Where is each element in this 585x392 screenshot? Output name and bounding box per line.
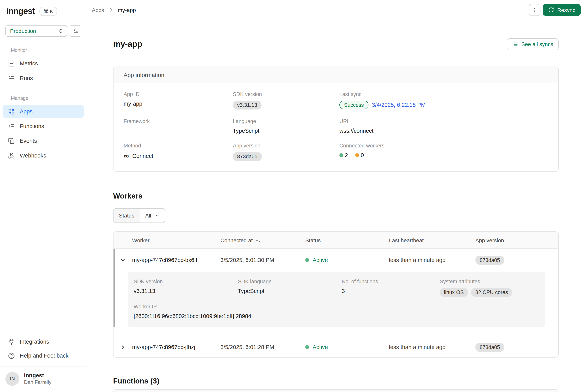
connected-at-column-header[interactable]: Connected at: [220, 237, 305, 243]
runs-list-icon: [8, 75, 15, 82]
field-label: SDK version: [233, 91, 339, 97]
worker-status: Active: [305, 257, 389, 263]
profile-menu[interactable]: IN Inngest Dan Farrelly: [0, 370, 87, 388]
worker-app-version-pill: 873da05: [475, 343, 504, 352]
sidebar-item-integrations[interactable]: Integrations: [3, 335, 84, 348]
active-workers-count: 2: [339, 152, 348, 158]
sidebar-item-label: Help and Feedback: [20, 352, 69, 359]
chevron-down-icon[interactable]: [114, 257, 132, 263]
chevron-down-icon: [155, 213, 160, 218]
plug-icon: [8, 338, 15, 345]
profile-text: Inngest Dan Farrelly: [24, 372, 52, 386]
sidebar-item-help-feedback[interactable]: Help and Feedback: [3, 349, 84, 362]
method-value: Connect: [132, 153, 153, 159]
environment-settings-button[interactable]: [70, 25, 81, 37]
amber-dot-icon: [355, 153, 359, 157]
profile-user-name: Dan Farrelly: [24, 379, 52, 386]
see-all-syncs-button[interactable]: See all syncs: [506, 38, 559, 50]
more-actions-button[interactable]: [529, 4, 541, 16]
sidebar-item-metrics[interactable]: Metrics: [3, 57, 84, 70]
avatar: IN: [6, 372, 19, 386]
status-filter[interactable]: Status All: [113, 208, 165, 223]
worker-connected-at: 3/5/2025, 6:01:30 PM: [220, 257, 305, 263]
sdk-version-pill: v3.31.13: [233, 100, 261, 110]
shapes-icon: [8, 108, 15, 115]
detail-worker-ip: Worker IP [2600:1f16:96c:6802:1bcc:1009:…: [134, 304, 538, 319]
sidebar-item-label: Functions: [20, 123, 44, 129]
topbar-actions: Resync: [529, 4, 581, 16]
sidebar-item-events[interactable]: Events: [3, 134, 84, 148]
status-dot-icon: [305, 345, 309, 349]
command-k-label: ⌘ K: [43, 8, 53, 14]
sidebar-item-label: Apps: [20, 108, 33, 114]
field-method: Method ∞ Connect: [124, 143, 233, 161]
content: my-app See all syncs App information App…: [87, 20, 585, 392]
sidebar-item-apps[interactable]: Apps: [3, 105, 84, 118]
breadcrumb-current: my-app: [118, 7, 136, 13]
worker-name: my-app-747c8967bc-jfbzj: [132, 344, 220, 350]
detail-sdk-language: SDK language TypeScript: [238, 278, 342, 297]
functions-table: Function Triggers: [113, 389, 559, 392]
workers-table: Worker Connected at Status Last heartbea…: [113, 232, 559, 358]
last-sync-date-link[interactable]: 3/4/2025, 6:22:18 PM: [372, 102, 426, 108]
worker-app-version-pill: 873da05: [475, 256, 504, 264]
app-information-grid: App ID my-app SDK version v3.31.13 Last …: [114, 83, 558, 172]
logo-row: inngest ⌘ K: [0, 0, 87, 16]
app-id-value: my-app: [124, 100, 142, 107]
status-dot-icon: [305, 258, 309, 262]
breadcrumb: Apps my-app: [92, 7, 136, 13]
worker-last-heartbeat: less than a minute ago: [389, 257, 475, 263]
kebab-icon: [532, 7, 538, 13]
field-app-id: App ID my-app: [124, 91, 233, 110]
worker-row[interactable]: my-app-747c8967bc-jfbzj 3/5/2025, 6:01:2…: [114, 337, 558, 357]
field-last-sync: Last sync Success 3/4/2025, 6:22:18 PM: [339, 91, 548, 110]
sidebar-footer: Integrations Help and Feedback IN Innges…: [0, 334, 87, 392]
field-app-version: App version 873da05: [233, 143, 339, 161]
sidebar-item-label: Runs: [20, 75, 33, 81]
environment-row: Production: [0, 25, 87, 37]
field-connected-workers: Connected workers 2 0: [339, 143, 548, 161]
field-label: Language: [233, 118, 339, 124]
command-k-shortcut-button[interactable]: ⌘ K: [40, 7, 57, 16]
sidebar-item-runs[interactable]: Runs: [3, 72, 84, 85]
status-filter-value[interactable]: All: [140, 208, 165, 222]
nav-section-manage: Manage: [0, 96, 87, 101]
url-value: wss://connect: [339, 128, 374, 134]
breadcrumb-apps-link[interactable]: Apps: [92, 7, 104, 13]
sidebar: inngest ⌘ K Production Monitor: [0, 0, 87, 392]
sidebar-item-webhooks[interactable]: Webhooks: [3, 149, 84, 162]
worker-last-heartbeat: less than a minute ago: [389, 344, 475, 350]
chevron-right-icon[interactable]: [114, 344, 132, 350]
inactive-workers-count: 0: [355, 152, 364, 158]
worker-row-group-expanded: my-app-747c8967bc-bx6fl 3/5/2025, 6:01:3…: [114, 249, 558, 326]
sidebar-item-functions[interactable]: Functions: [3, 120, 84, 133]
green-dot-icon: [339, 153, 343, 157]
field-label: URL: [339, 118, 548, 124]
functions-heading: Functions (3): [113, 377, 559, 386]
app-information-card: App information App ID my-app SDK versio…: [113, 66, 559, 172]
worker-status: Active: [305, 344, 389, 350]
sort-descending-icon: [255, 238, 261, 243]
worker-row[interactable]: my-app-747c8967bc-bx6fl 3/5/2025, 6:01:3…: [114, 249, 558, 271]
infinity-icon: ∞: [124, 152, 129, 160]
field-language: Language TypeScript: [233, 118, 339, 134]
app-information-header: App information: [114, 67, 558, 83]
status-filter-label: Status: [114, 208, 140, 222]
framework-value: -: [124, 128, 126, 134]
language-value: TypeScript: [233, 128, 259, 134]
app-window: inngest ⌘ K Production Monitor: [0, 0, 585, 392]
last-heartbeat-column-header: Last heartbeat: [389, 237, 475, 243]
field-label: Method: [124, 143, 233, 148]
os-attribute-pill: linux OS: [440, 288, 468, 297]
field-label: Framework: [124, 118, 233, 124]
environment-selector[interactable]: Production: [6, 25, 67, 37]
resync-button[interactable]: Resync: [543, 4, 581, 16]
see-all-syncs-label: See all syncs: [521, 41, 553, 47]
sliders-icon: [73, 28, 79, 34]
nav-section-monitor: Monitor: [0, 48, 87, 53]
chevron-right-icon: [108, 7, 114, 13]
worker-detail-panel: SDK version v3.31.13 SDK language TypeSc…: [128, 272, 545, 326]
sidebar-item-label: Integrations: [20, 338, 49, 345]
functions-table-header: Function Triggers: [114, 390, 558, 392]
inngest-logo: inngest: [6, 6, 35, 16]
